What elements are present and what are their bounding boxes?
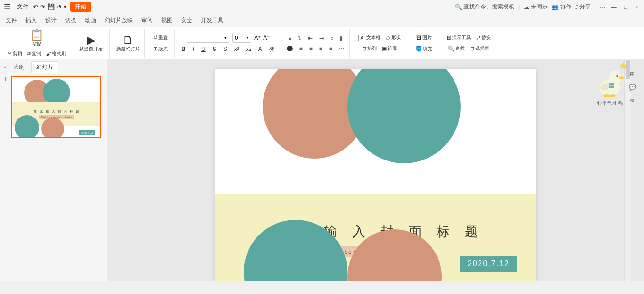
format-painter-button[interactable]: 🖌 格式刷 xyxy=(44,49,68,59)
col-btn[interactable]: ⫿ xyxy=(337,34,346,42)
paste-icon: 📋 xyxy=(30,29,44,41)
file-menu[interactable]: 文件 xyxy=(13,2,32,12)
align-left-btn[interactable]: ⬤ xyxy=(284,44,296,52)
shadow-button[interactable]: S xyxy=(221,45,230,53)
teal-circle-top-right xyxy=(347,69,461,163)
slide-thumbnail-1[interactable]: 在 此 输 入 封 面 标 题 Enter content here 2020.… xyxy=(11,76,101,138)
search-command[interactable]: 🔍 查找命令、搜索模板 xyxy=(455,3,514,11)
textbox-button[interactable]: A 文本框 xyxy=(356,33,382,42)
new-slide-button[interactable]: 🗋 新建幻灯片 xyxy=(115,31,142,56)
tab-special[interactable]: 开发工具 xyxy=(197,15,227,26)
tab-insert[interactable]: 文件 xyxy=(2,15,21,26)
indent-more-btn[interactable]: ⇥ xyxy=(316,34,327,42)
new-slide-group: 🗋 新建幻灯片 xyxy=(112,29,145,58)
undo-icon[interactable]: ↶ xyxy=(33,3,38,10)
redo-icon[interactable]: ↷ xyxy=(40,3,45,10)
paste-button[interactable]: 📋 粘贴 xyxy=(25,28,48,48)
close-btn[interactable]: × xyxy=(633,4,640,10)
thumb-date: 2020.7.12 xyxy=(79,130,95,135)
save-icon[interactable]: 💾 xyxy=(47,3,55,10)
comments-btn[interactable]: 💬 xyxy=(627,82,637,92)
slideshow-group: ▶ 从当前开始 xyxy=(72,29,110,58)
undo2-icon[interactable]: ↺ xyxy=(57,3,62,10)
zoom-btn[interactable]: ⊕ xyxy=(627,95,637,106)
format-painter-icon: 🖌 xyxy=(46,51,51,57)
fill-button[interactable]: 🪣 填充 xyxy=(413,44,434,54)
more-para-btn[interactable]: ⋯ xyxy=(336,44,347,52)
play-icon: ▶ xyxy=(87,34,95,46)
decrease-font-btn[interactable]: A⁻ xyxy=(263,34,270,42)
collaborate-btn[interactable]: 👥 协作 xyxy=(552,3,571,11)
ribbon-content: 📋 粘贴 ✂ 剪切 ⧉ 复制 🖌 格式刷 ▶ 从当前开始 🗋 xyxy=(0,27,644,59)
superscript-button[interactable]: x² xyxy=(231,45,242,53)
reset-button[interactable]: ↺ 重置 xyxy=(151,33,170,42)
tab-slideshow[interactable]: 动画 xyxy=(81,15,100,26)
tab-animation[interactable]: 切换 xyxy=(61,15,80,26)
tab-review[interactable]: 幻灯片放映 xyxy=(101,15,137,26)
svg-point-6 xyxy=(603,94,610,97)
layout-group: ↺ 重置 ⊞ 版式 xyxy=(147,29,175,58)
tab-transition[interactable]: 设计 xyxy=(41,15,60,26)
tab-design[interactable]: 插入 xyxy=(22,15,41,26)
maximize-btn[interactable]: □ xyxy=(622,4,629,10)
sync-status[interactable]: ☁ 未同步 xyxy=(524,3,548,11)
line-space-btn[interactable]: ↕ xyxy=(328,34,336,42)
align-distribute-btn[interactable]: ≡ xyxy=(326,44,335,52)
find-button[interactable]: 🔍 查找 xyxy=(446,44,467,53)
tab-slides[interactable]: 幻灯片 xyxy=(31,61,58,73)
properties-btn[interactable]: ⊞ xyxy=(627,69,637,79)
align-justify-btn[interactable]: ≡ xyxy=(316,44,325,52)
menu-icon[interactable]: ☰ xyxy=(4,2,10,11)
transform-btn[interactable]: 变 xyxy=(266,44,278,54)
share-btn[interactable]: ⤴ 分享 xyxy=(575,3,591,11)
start-button[interactable]: 开始 xyxy=(70,2,91,12)
layout-button[interactable]: ⊞ 版式 xyxy=(151,44,170,54)
select-icon: ⊡ xyxy=(470,46,474,52)
paragraph-group: ≡ ⑊ ⇤ ⇥ ↕ ⫿ ⬤ ≡ ≡ ≡ ≡ ⋯ xyxy=(282,29,350,58)
replace-button[interactable]: ⇄ 替换 xyxy=(474,33,493,42)
title-bar: ☰ 文件 ↶ ↷ 💾 ↺ ▾ 开始 🔍 查找命令、搜索模板 | ☁ 未同步 👥 … xyxy=(0,0,644,14)
select-window-button[interactable]: ⊡ 选择窗 xyxy=(468,44,491,53)
reset-icon: ↺ xyxy=(153,34,157,41)
strikethrough-button[interactable]: S̶ xyxy=(210,45,219,53)
more-options-icon[interactable]: ⋯ xyxy=(600,4,605,10)
font-dropdown-icon: ▾ xyxy=(224,35,227,40)
italic-button[interactable]: I xyxy=(190,45,197,53)
image-group: 🖼 图片 🪣 填充 xyxy=(410,29,438,58)
size-dropdown-icon: ▾ xyxy=(247,35,249,40)
svg-point-4 xyxy=(619,76,624,79)
bold-button[interactable]: B xyxy=(179,45,189,53)
outline-button[interactable]: ▣ 轮廓 xyxy=(380,44,399,53)
shape-button[interactable]: ⬠ 形状 xyxy=(384,33,403,42)
font-name-box[interactable]: ▾ xyxy=(187,33,229,43)
sort-icon: ⊞ xyxy=(362,46,366,52)
font-group: ▾ 0 ▾ A⁺ A⁻ B I U S̶ S x² x₂ A 变 xyxy=(177,29,280,58)
font-size-box[interactable]: 0 ▾ xyxy=(232,33,251,43)
ribbon-tabs: 文件 插入 设计 切换 动画 幻灯片放映 审阅 视图 安全 开发工具 xyxy=(0,14,644,27)
num-list-btn[interactable]: ⑊ xyxy=(295,34,304,42)
image-button[interactable]: 🖼 图片 xyxy=(414,33,434,42)
align-center-btn[interactable]: ≡ xyxy=(297,44,305,52)
indent-less-btn[interactable]: ⇤ xyxy=(305,34,315,42)
fill-icon: 🪣 xyxy=(415,46,422,52)
left-panel: « 大纲 幻灯片 1 在 此 输 入 封 面 标 题 Enter content… xyxy=(0,59,107,281)
underline-button[interactable]: U xyxy=(198,45,208,53)
subscript-button[interactable]: x₂ xyxy=(243,45,254,53)
increase-font-btn[interactable]: A⁺ xyxy=(254,34,261,42)
tab-developer[interactable]: 安全 xyxy=(177,15,196,26)
copy-button[interactable]: ⧉ 复制 xyxy=(25,49,43,59)
dropdown-icon[interactable]: ▾ xyxy=(64,4,66,10)
tab-outline[interactable]: 大纲 xyxy=(8,62,29,73)
minimize-btn[interactable]: — xyxy=(609,4,619,10)
align-list-btn[interactable]: ≡ xyxy=(285,34,294,42)
cut-button[interactable]: ✂ 剪切 xyxy=(6,49,24,59)
sort-button[interactable]: ⊞ 排列 xyxy=(360,44,379,53)
presentation-tools-button[interactable]: 🖥 演示工具 xyxy=(444,33,473,42)
start-from-current-button[interactable]: ▶ 从当前开始 xyxy=(77,31,105,56)
slide-canvas: 在 此 输 入 封 面 标 题 Enter content here 2020.… xyxy=(215,69,536,281)
panel-collapse-btn[interactable]: « xyxy=(4,65,7,70)
tab-view[interactable]: 审阅 xyxy=(138,15,157,26)
tab-security[interactable]: 视图 xyxy=(157,15,176,26)
align-right-btn[interactable]: ≡ xyxy=(306,44,315,52)
font-color-btn[interactable]: A xyxy=(256,45,265,53)
